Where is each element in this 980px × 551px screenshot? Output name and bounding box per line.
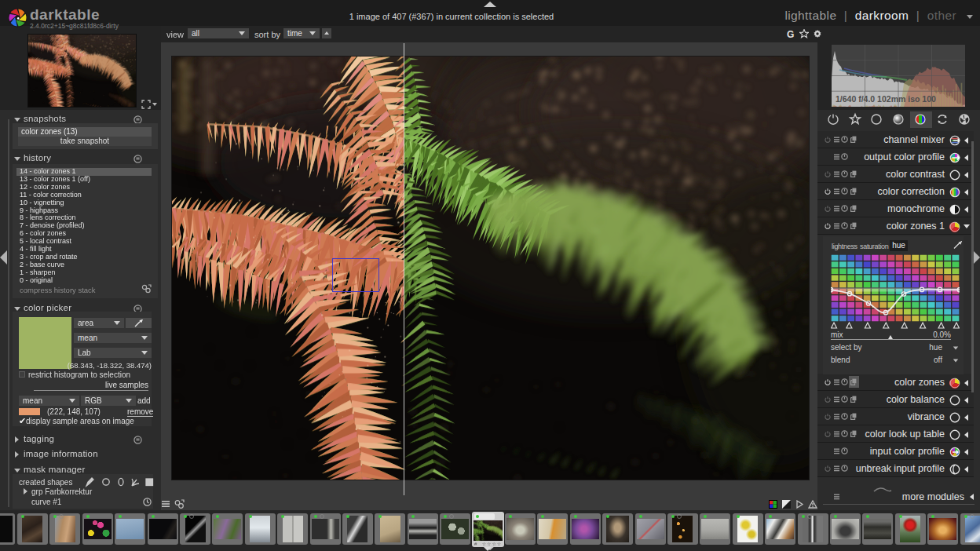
svg-text:1/640 f/4.0 102mm iso 100: 1/640 f/4.0 102mm iso 100: [836, 94, 936, 104]
